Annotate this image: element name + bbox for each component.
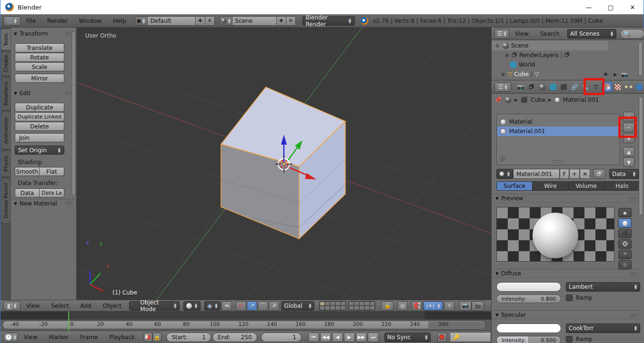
diffuse-color-swatch[interactable] [496,282,561,292]
panel-header-preview[interactable]: ▼ Preview [492,194,640,203]
outliner-row-world[interactable]: 🌐 World [492,60,644,69]
layered-record-button[interactable]: 🔒 [152,333,161,342]
renderable-camera-icon[interactable]: 📷 [621,71,628,78]
type-tab-wire[interactable]: Wire [533,182,568,190]
expander-icon[interactable]: ⊕ [500,72,506,77]
material-slot-1-selected[interactable]: Material.001 [497,127,620,136]
translate-button[interactable]: Translate [15,43,64,52]
panel-header-new-material[interactable]: ▼ New Material [11,199,76,207]
interaction-mode-dropdown[interactable]: ⬛ Object Mode▲▼ [129,301,180,311]
add-scene-button[interactable]: ✚ [276,17,286,25]
render-opengl-anim-button[interactable]: 🎬 [472,301,484,311]
minimize-button[interactable]: — [578,0,600,14]
preview-hair-button[interactable]: 𝄢 [618,250,632,259]
properties-scrollbar[interactable] [639,97,643,216]
tab-texture[interactable] [613,82,623,92]
type-tab-surface[interactable]: Surface [497,182,533,190]
viewport-shading-dropdown[interactable]: ▲▼ [183,301,201,311]
record-button[interactable] [437,333,446,342]
jump-to-start-button[interactable]: ⏮ [308,333,319,342]
panel-grip-icon[interactable] [66,91,72,95]
unlink-material-button[interactable]: ✕ [580,169,590,179]
sync-mode-dropdown[interactable]: No Sync▲▼ [384,333,431,342]
tab-physics[interactable]: 🌀 [634,82,644,92]
preview-cube-button[interactable]: ⬛ [618,229,632,238]
menu-select[interactable]: Select [45,303,74,309]
tab-particles[interactable]: ✦✦ [624,82,634,92]
jump-to-end-button[interactable]: ⏭ [368,333,379,342]
outliner-row-scene[interactable]: ⊖ 🎱 Scene [492,41,644,50]
tab-render[interactable]: 📷 [515,82,526,92]
scene-selector[interactable]: 🎱▲▼ Scene ✚ ✕ [220,16,296,26]
breadcrumb-material[interactable]: Material.001 [563,97,599,103]
timeline-track[interactable] [0,312,491,320]
mirror-button[interactable]: Mirror [15,74,64,83]
browse-material-dropdown[interactable]: ▲▼ [496,169,513,179]
play-reverse-button[interactable]: ◀ [332,333,343,342]
preview-world-button[interactable]: ☉ [618,260,632,270]
end-frame-field[interactable]: End: 250 [212,333,257,342]
shade-smooth-button[interactable]: Smooth [15,167,40,176]
maximize-button[interactable]: □ [600,0,622,14]
close-button[interactable]: ✕ [622,0,644,14]
expander-icon[interactable]: ⊖ [494,43,500,49]
proportional-edit-dropdown[interactable]: ◎ [397,301,408,311]
pivot-align-toggle[interactable]: ⇔ [221,301,232,311]
toolshelf-tab-animation[interactable]: Animation [0,111,10,149]
move-slot-down-button[interactable]: ▼ [623,157,634,167]
set-origin-dropdown[interactable]: Set Origin▲▼ [15,146,64,155]
data-button[interactable]: Data [15,188,40,197]
diffuse-intensity-slider[interactable]: Intensity: 0.800 [496,294,561,303]
panel-grip-icon[interactable] [630,272,636,276]
snap-target-button[interactable]: ⌗ [444,301,454,311]
scale-button[interactable]: Scale [15,62,64,71]
tab-constraints[interactable]: 🔗 [570,82,580,92]
breadcrumb-object[interactable]: Cube [531,97,545,103]
editor-type-selector[interactable]: ⓘ▲▼ [3,16,20,26]
toolshelf-tab-grease-pencil[interactable]: Grease Pencil [0,178,10,224]
outliner-editor-selector[interactable]: ☰▲▼ [494,29,509,39]
visibility-eye-icon[interactable]: 👁 [603,71,609,78]
material-slot-0[interactable]: Material [497,117,620,127]
prev-keyframe-button[interactable]: ◀◀ [320,333,331,342]
outliner-row-renderlayers[interactable]: ⊕ 🗇 RenderLayers | 🗇 [492,50,644,60]
delete-button[interactable]: Delete [15,122,64,131]
preview-flat-button[interactable]: ▪ [618,208,632,217]
use-nodes-button[interactable]: 🗗 [593,169,605,179]
data-layout-button[interactable]: Data La [40,188,64,197]
specular-intensity-slider[interactable]: Intensity: 0.500 [496,336,561,343]
current-frame-field[interactable]: 1 [261,333,302,342]
pivot-point-dropdown[interactable]: ◉▲▼ [204,301,221,311]
toolshelf-tab-create[interactable]: Create [0,51,10,76]
pin-icon[interactable]: 📌 [494,97,502,103]
add-layout-button[interactable]: ✚ [195,17,205,25]
manipulator-scale[interactable]: ⇗ [269,301,279,311]
preview-sphere-button[interactable] [618,218,632,228]
toolshelf-tab-tools[interactable]: Tools [0,29,10,50]
screen-layout-selector[interactable]: ▣▲▼ Default ✚ ✕ [135,16,215,26]
fake-user-button[interactable]: F [560,169,569,179]
menu-render[interactable]: Render [41,18,73,24]
specular-ramp-checkbox[interactable] [566,336,573,343]
menu-window[interactable]: Window [73,18,107,24]
menu-tl-playback[interactable]: Playback [103,334,141,341]
menu-file[interactable]: File [20,18,41,24]
timeline-editor-selector[interactable]: 🕐▲▼ [3,333,18,342]
toolshelf-scrollbar[interactable] [72,31,75,196]
move-slot-up-button[interactable]: ▲ [623,147,634,157]
type-tab-volume[interactable]: Volume [569,182,604,190]
diffuse-ramp-checkbox[interactable] [566,294,573,301]
link-data-dropdown[interactable]: Data▲▼ [609,169,639,179]
layers-grid-2[interactable] [348,301,375,311]
menu-outliner-search[interactable]: Search [534,30,565,37]
panel-header-edit[interactable]: ▼ Edit [11,89,76,98]
duplicate-button[interactable]: Duplicate [15,103,64,112]
viewport-3d[interactable]: User Ortho z y x (1) Cube [77,28,491,300]
tab-render-layers[interactable]: 🗇 [526,82,537,92]
transform-orientation-dropdown[interactable]: Global▲▼ [281,301,314,311]
material-name-field[interactable]: Material.001 [513,169,560,179]
tab-object[interactable]: ⬛ [559,82,569,92]
lock-to-scene-toggle[interactable]: 🔒 [381,301,393,311]
diffuse-shader-dropdown[interactable]: Lambert▲▼ [566,282,640,292]
slot-filter-plus-icon[interactable]: + [500,156,505,162]
